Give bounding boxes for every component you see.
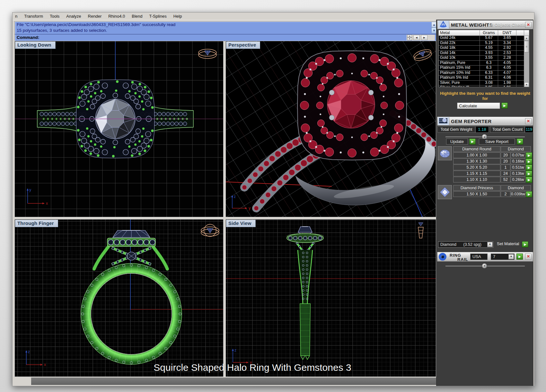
ring-size-region-field[interactable]: USA [470, 254, 488, 260]
update-go-icon[interactable]: ▶ [469, 138, 476, 145]
command-spinner[interactable]: ▲▼ [407, 35, 412, 40]
metal-grams: 3.93 [480, 51, 498, 56]
calculate-button[interactable]: Calculate [457, 102, 500, 109]
metal-extra-cell [516, 56, 524, 60]
bottom-shadow-bar [31, 378, 475, 385]
svg-text:y: y [29, 188, 31, 192]
slider-knob[interactable]: ▼ [482, 263, 487, 269]
gem-row-go-icon[interactable]: ▶ [526, 158, 532, 165]
metal-weights-table[interactable]: Metal Grams DWT Gold 24k5.673.65Gold 22k… [438, 30, 529, 87]
total-gem-count-label: Total Gem Count [490, 126, 525, 133]
gem-count: 52 [501, 177, 510, 183]
metal-name: Platinum 15% Irid [439, 66, 480, 70]
viewport-title-side-view[interactable]: Side View [226, 220, 256, 227]
menu-item-n[interactable]: n [15, 14, 17, 19]
menu-item-tools[interactable]: Tools [50, 14, 59, 19]
scroll-down-icon[interactable]: ▼ [524, 82, 529, 87]
ring-rail-header: RING RAIL USA 7 ▼ ▶ ✕ [437, 252, 533, 262]
metal-row[interactable]: Platinum 10% Irid6.334.07 [439, 71, 529, 76]
close-icon[interactable]: ✕ [525, 254, 532, 260]
chevron-down-icon[interactable]: ▼ [508, 254, 514, 259]
metal-table-scrollbar[interactable]: ▲ ≡ ▼ [524, 36, 529, 87]
viewport-through-finger[interactable]: zx Through Finger [14, 219, 224, 377]
metal-grams: 6.33 [480, 71, 498, 76]
menu-bar: nTransformToolsAnalyzeRenderRhino4.0Blen… [13, 13, 534, 20]
gem-group: Diamond RoundDiamond1.00 X 1.00200.07tw▶… [438, 146, 533, 183]
gem-material-label: Diamond [501, 146, 531, 152]
gem-group-header: Diamond RoundDiamond [453, 146, 532, 152]
metal-row[interactable]: Gold 24k5.673.65 [439, 36, 529, 41]
gem-size: 1.10 X 1.10 [453, 177, 500, 183]
history-forward-icon[interactable]: ► [421, 35, 427, 40]
scroll-up-icon[interactable]: ▲ [524, 36, 529, 40]
gem-row-go-icon[interactable]: ▶ [526, 191, 532, 197]
gem-row-go-icon[interactable]: ▶ [526, 165, 532, 171]
ring-icon [439, 253, 446, 261]
ring-rail-go-icon[interactable]: ▶ [516, 254, 523, 260]
metal-dwt: 4.05 [498, 61, 516, 66]
viewport-perspective[interactable]: zy Perspective [225, 41, 436, 217]
close-icon[interactable]: ✕ [525, 22, 532, 28]
gem-row[interactable]: 1.10 X 1.10520.26tw▶ [453, 177, 532, 183]
menu-item-analyze[interactable]: Analyze [66, 14, 81, 19]
objects-checked-status: 18 Objects Checked [486, 22, 530, 27]
gem-row-go-icon[interactable]: ▶ [526, 152, 532, 158]
viewport-side-view[interactable]: zy Side View [225, 219, 436, 377]
metal-row[interactable]: Gold 14k3.932.53 [439, 51, 529, 56]
viewport-title-looking-down[interactable]: Looking Down [15, 41, 56, 49]
gem-weight: 0.16tw [511, 158, 525, 164]
scrollbar-thumb[interactable]: ≡ [524, 41, 529, 52]
save-report-go-icon[interactable]: ▶ [517, 138, 523, 145]
gem-row[interactable]: 1.00 X 1.00200.07tw▶ [453, 152, 532, 158]
gem-reporter-slider[interactable]: ▲ [445, 137, 525, 137]
menu-item-help[interactable]: Help [173, 14, 182, 19]
command-area[interactable]: File "C:\Users\jelena.pecic\Downloads\36… [14, 21, 438, 41]
gem-row[interactable]: 5.20 X 5.2010.51tw▶ [453, 165, 532, 171]
calculate-go-icon[interactable]: ▶ [501, 102, 508, 109]
viewport-title-perspective[interactable]: Perspective [226, 41, 260, 49]
ring-rail-slider[interactable]: ▼ [445, 266, 525, 266]
set-material-label[interactable]: Set Material [497, 241, 519, 246]
svg-text:y: y [249, 206, 251, 210]
gem-count: 20 [501, 152, 510, 158]
metal-row[interactable]: Silver, Sterling (9...3.051.96 [439, 85, 529, 87]
metal-extra-cell [516, 46, 524, 50]
metal-extra-cell [516, 71, 524, 76]
material-select[interactable]: Diamond (3.52 spg) ▼ [438, 241, 493, 248]
desktop: nTransformToolsAnalyzeRenderRhino4.0Blen… [0, 0, 546, 392]
metal-grams: 5.19 [480, 41, 498, 46]
gem-row[interactable]: 1.50 X 1.5020.039tw▶ [453, 191, 532, 197]
metal-row[interactable]: Gold 10k3.552.28 [439, 56, 529, 61]
gem-row[interactable]: 1.30 X 1.30200.16tw▶ [453, 158, 532, 165]
metal-row[interactable]: Platinum, Pure6.34.05 [439, 61, 529, 66]
gem-row[interactable]: 1.15 X 1.15240.13tw▶ [453, 171, 532, 177]
metal-extra-cell [516, 85, 524, 87]
gem-row-go-icon[interactable]: ▶ [526, 177, 532, 183]
ring-size-select[interactable]: 7 ▼ [491, 254, 515, 260]
chevron-down-icon[interactable]: ▼ [487, 242, 493, 247]
metal-row[interactable]: Platinum 5% Irid6.314.06 [439, 76, 529, 81]
metal-row[interactable]: Platinum 15% Irid6.34.05 [439, 66, 529, 71]
metal-row[interactable]: Gold 22k5.193.34 [439, 41, 529, 46]
close-icon[interactable]: ✕ [525, 118, 532, 124]
command-prompt[interactable]: Command: [17, 35, 40, 40]
viewport-title-through-finger[interactable]: Through Finger [15, 220, 58, 227]
menu-item-blend[interactable]: Blend [132, 14, 142, 19]
gem-row-go-icon[interactable]: ▶ [526, 171, 532, 177]
command-controls: ▲▼ ◄ ► [407, 35, 435, 40]
metal-row[interactable]: Silver, Pure3.081.98 [439, 81, 529, 86]
svg-text:x: x [44, 362, 46, 367]
set-material-go-icon[interactable]: ▶ [522, 241, 528, 247]
update-button[interactable]: Update [446, 138, 468, 145]
history-back-icon[interactable]: ◄ [413, 35, 420, 40]
menu-item-t-splines[interactable]: T-Splines [149, 14, 167, 19]
menu-item-rhino4-0[interactable]: Rhino4.0 [108, 14, 125, 19]
viewport-looking-down[interactable]: yx Looking Down [14, 41, 224, 217]
metal-row[interactable]: Gold 18k4.552.92 [439, 46, 529, 51]
menu-item-transform[interactable]: Transform [24, 14, 43, 19]
metal-name: Silver, Sterling (9... [439, 85, 480, 87]
menu-item-render[interactable]: Render [88, 14, 102, 19]
save-report-button[interactable]: Save Report [479, 138, 515, 145]
gem-weight: 0.26tw [511, 177, 525, 183]
metal-grams: 4.55 [480, 46, 498, 50]
